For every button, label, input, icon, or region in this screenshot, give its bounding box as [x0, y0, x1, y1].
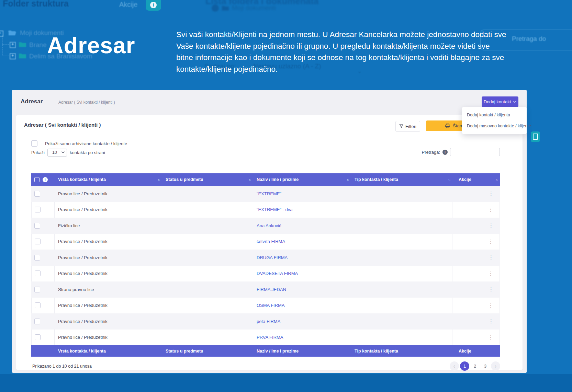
archived-checkbox[interactable]	[31, 140, 37, 147]
row-actions-menu-icon[interactable]: ⋮	[488, 207, 493, 213]
column-header-label: Vrsta kontakta / klijenta	[58, 177, 106, 182]
contact-name-link[interactable]: peta FIRMA	[257, 319, 280, 324]
folder-icon	[222, 5, 229, 11]
pagination-page-button[interactable]: 2	[470, 361, 480, 371]
row-checkbox[interactable]	[35, 270, 41, 276]
row-checkbox[interactable]	[34, 319, 40, 324]
contact-name-link[interactable]: "EXTREME" - dva	[257, 207, 293, 212]
tree-connector	[2, 35, 3, 56]
sort-icon[interactable]: ↑↓	[347, 178, 351, 182]
cell-akcije: ⋮	[452, 298, 500, 314]
contact-name-link[interactable]: FIRMA JEDAN	[257, 287, 286, 292]
cell-tip	[351, 234, 452, 250]
adresar-panel: Adresar Adresar ( Svi kontakti / klijent…	[12, 90, 527, 373]
row-checkbox[interactable]	[35, 302, 41, 308]
archived-filter-row: Prikaži samo arhivirane kontakte / klije…	[31, 140, 127, 147]
hero-description: Svi vaši kontakti/Klijenti na jednom mes…	[176, 29, 507, 75]
contact-name-link[interactable]: četvrta FIRMA	[257, 239, 285, 244]
row-actions-menu-icon[interactable]: ⋮	[489, 254, 494, 261]
row-actions-menu-icon[interactable]: ⋮	[489, 191, 494, 197]
sort-icon[interactable]: ↑↓	[249, 178, 253, 182]
sort-down-arrow: ↓	[496, 178, 497, 182]
hero-title: Adresar	[47, 32, 135, 58]
cell-select	[31, 298, 55, 314]
table-row: Strano pravno liceFIRMA JEDAN⋮	[31, 281, 500, 298]
contact-name-link[interactable]: DRUGA FIRMA	[257, 255, 288, 260]
add-contact-button[interactable]: Dodaj kontakt	[482, 96, 518, 107]
table-row: Pravno lice / PreduzetnikDVADESETA FIRMA…	[31, 266, 500, 282]
cell-naziv: OSMA FIRMA	[253, 298, 351, 314]
contact-name-link[interactable]: DVADESETA FIRMA	[257, 271, 298, 276]
column-header-tip[interactable]: Tip kontakta / klijenta ↑↓	[351, 173, 452, 186]
column-header-naziv[interactable]: Naziv / Ime i prezime ↑↓	[253, 173, 351, 186]
divider	[49, 95, 49, 109]
cell-select	[31, 218, 55, 234]
cell-vrsta: Strano pravno lice	[55, 281, 162, 298]
breadcrumb: Adresar ( Svi kontakti / klijenti )	[58, 100, 115, 105]
cell-naziv: "EXTREME" - dva	[253, 202, 351, 218]
sort-icon[interactable]: ↑↓	[448, 178, 452, 182]
tree-connector	[2, 44, 9, 45]
row-checkbox[interactable]	[34, 223, 40, 229]
page-title: Adresar	[21, 98, 43, 105]
page-size-select[interactable]: 10	[47, 149, 67, 157]
cell-naziv: peta FIRMA	[253, 313, 351, 330]
contact-name-link[interactable]: "EXTREME"	[257, 191, 281, 196]
pagination-prev-button[interactable]: ‹	[450, 361, 459, 371]
pagination-page-button[interactable]: 3	[481, 361, 490, 371]
cell-status	[162, 186, 253, 202]
dropdown-item[interactable]: Dodaj kontakt / klijenta	[462, 109, 527, 120]
row-actions-menu-icon[interactable]: ⋮	[489, 318, 494, 324]
row-actions-menu-icon[interactable]: ⋮	[489, 222, 494, 229]
row-actions-menu-icon[interactable]: ⋮	[488, 302, 493, 309]
row-checkbox[interactable]	[34, 255, 40, 261]
pagination-page-button[interactable]: 1	[460, 361, 469, 371]
row-actions-menu-icon[interactable]: ⋮	[488, 270, 493, 277]
cell-tip	[351, 313, 452, 330]
table-header-row: i Vrsta kontakta / klijenta ↑↓ Status u …	[31, 173, 500, 186]
cell-status	[162, 298, 253, 314]
cell-vrsta: Pravno lice / Preduzetnik	[55, 266, 162, 282]
cell-naziv: FIRMA JEDAN	[253, 281, 351, 298]
avatar	[212, 4, 219, 12]
row-checkbox[interactable]	[35, 207, 41, 212]
cell-status	[162, 330, 253, 346]
bg-search-hint: Pretraga do	[512, 35, 546, 43]
row-checkbox[interactable]	[35, 334, 41, 340]
sort-icon[interactable]: ↑↓	[495, 178, 500, 182]
bg-list-root-label: Moji dokumenti	[232, 4, 276, 12]
bg-folder-structure-title: Folder struktura	[3, 0, 69, 9]
row-checkbox[interactable]	[34, 191, 40, 197]
folder-icon	[19, 42, 26, 47]
row-checkbox[interactable]	[34, 287, 40, 292]
contact-name-link[interactable]: PRVA FIRMA	[257, 335, 283, 340]
contact-name-link[interactable]: OSMA FIRMA	[257, 303, 285, 308]
filters-button[interactable]: Filteri	[395, 121, 420, 132]
cell-vrsta: Fizičko lice	[55, 218, 162, 234]
pagination: ‹ 123 ›	[450, 361, 500, 371]
row-actions-menu-icon[interactable]: ⋮	[489, 286, 494, 292]
side-widget-icon	[531, 131, 540, 142]
sort-icon[interactable]: ↑↓	[158, 178, 162, 182]
cell-naziv: "EXTREME"	[253, 186, 351, 202]
column-header-akcije[interactable]: Akcije ↑↓	[452, 173, 500, 186]
contact-name-link[interactable]: Ana Anković	[257, 223, 281, 228]
row-actions-menu-icon[interactable]: ⋮	[488, 334, 493, 341]
row-actions-menu-icon[interactable]: ⋮	[488, 239, 493, 245]
cell-akcije: ⋮	[452, 218, 500, 234]
pagination-next-button[interactable]: ›	[491, 361, 500, 371]
column-header-status[interactable]: Status u predmetu ↑↓	[162, 173, 253, 186]
cell-tip	[351, 202, 452, 218]
dropdown-item[interactable]: Dodaj masovno kontakte / klijente	[462, 120, 527, 131]
contacts-table: i Vrsta kontakta / klijenta ↑↓ Status u …	[31, 173, 500, 357]
chevron-down-icon	[513, 101, 516, 103]
funnel-icon	[399, 124, 403, 128]
sort-down-arrow: ↓	[159, 178, 160, 182]
select-all-checkbox[interactable]	[34, 177, 40, 182]
info-icon[interactable]: i	[442, 150, 448, 155]
info-icon[interactable]: i	[43, 177, 48, 182]
row-checkbox[interactable]	[35, 239, 41, 244]
column-header-vrsta[interactable]: Vrsta kontakta / klijenta ↑↓	[55, 173, 162, 186]
table-row: Pravno lice / Preduzetnik"EXTREME"⋮	[31, 186, 500, 202]
search-input[interactable]	[450, 148, 500, 156]
